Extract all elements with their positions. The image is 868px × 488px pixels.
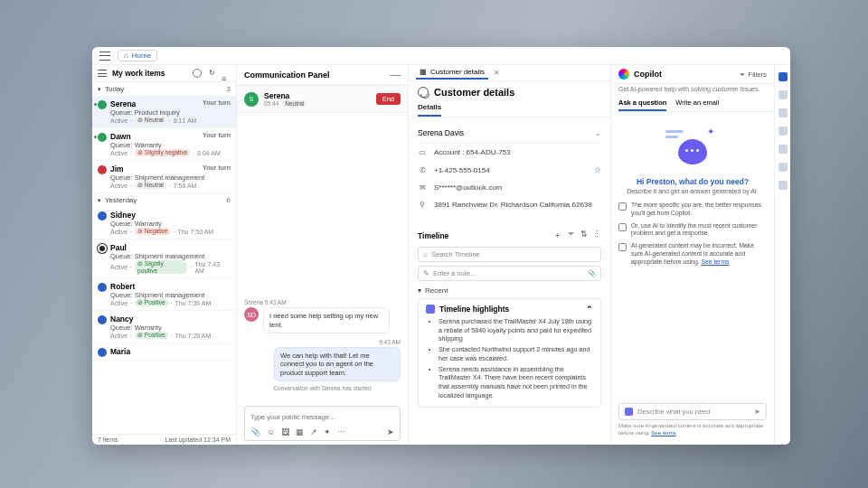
home-button[interactable]: ⌂ Home xyxy=(118,50,157,61)
filter-icon[interactable]: ⫧ xyxy=(567,230,575,241)
location-icon: ⚲ xyxy=(418,201,427,209)
send-icon[interactable]: ➤ xyxy=(387,427,394,436)
customer-details-title: Customer details xyxy=(409,81,610,99)
address: 3891 Ranchview Dr. Richardson California… xyxy=(434,201,592,209)
phone[interactable]: +1-425-555-0154 xyxy=(434,166,490,174)
app-window: ⌂ Home My work items ▾ Today 3 xyxy=(92,47,790,445)
copilot-title: Copilot xyxy=(634,70,734,79)
minimize-icon[interactable]: — xyxy=(390,69,401,81)
message-input[interactable] xyxy=(245,408,400,426)
grid-icon: ▦ xyxy=(420,68,427,76)
close-tab-icon[interactable]: ✕ xyxy=(494,69,500,77)
list-icon xyxy=(98,70,107,77)
filters-button[interactable]: ⫧ Filters xyxy=(739,70,767,79)
search-icon[interactable] xyxy=(193,69,202,78)
customer-name: Serena Davis xyxy=(418,128,464,137)
work-item[interactable]: Maria xyxy=(92,343,236,361)
copilot-tab-email[interactable]: Write an email xyxy=(675,96,719,111)
copilot-tab-ask[interactable]: Ask a question xyxy=(618,96,666,111)
rail-item[interactable] xyxy=(778,181,788,190)
work-item[interactable]: NancyQueue: WarrantyActive · ⊘ Positive … xyxy=(92,311,236,343)
chevron-up-icon[interactable]: ⌃ xyxy=(586,305,593,314)
email: S******@outlook.com xyxy=(434,183,502,192)
content: My work items ▾ Today 3 SerenaYour turnQ… xyxy=(92,65,790,445)
sparkle-icon xyxy=(426,305,435,314)
refresh-icon[interactable] xyxy=(207,69,216,78)
star-icon[interactable]: ☆ xyxy=(594,165,601,174)
add-icon[interactable]: ＋ xyxy=(553,230,561,241)
app-rail xyxy=(774,65,790,445)
attach-icon[interactable]: 📎 xyxy=(250,427,260,436)
search-icon: ⌕ xyxy=(423,250,428,258)
timeline-highlights-card: Timeline highlights ⌃ Serena purchased t… xyxy=(418,298,601,408)
copilot-subtitle: Get AI-powered help with solving custome… xyxy=(611,84,774,96)
work-item[interactable]: PaulQueue: Shipment managementActive · ⊘… xyxy=(92,239,236,278)
account-icon: ▭ xyxy=(418,148,427,156)
highlight-item: Serena needs assistance in assembling th… xyxy=(439,365,593,400)
timeline-search[interactable]: ⌕ Search Timeline xyxy=(418,247,601,262)
rail-item[interactable] xyxy=(778,108,788,117)
chevron-down-icon: ▾ xyxy=(98,86,101,93)
bot-icon[interactable]: ✦ xyxy=(324,427,331,436)
message-incoming: I need some help setting up my new tent. xyxy=(263,307,390,333)
gif-icon[interactable]: ▦ xyxy=(296,427,304,436)
copilot-description: Describe it and get an answer generated … xyxy=(627,188,759,194)
item-count: 7 items xyxy=(98,436,118,443)
avatar: SD xyxy=(244,307,259,322)
work-items-header: My work items xyxy=(92,65,236,82)
work-item[interactable]: SidneyQueue: WarrantyActive · ⊘ Negative… xyxy=(92,207,236,239)
highlight-item: She contacted Northwind support 2 minute… xyxy=(439,345,593,362)
copilot-panel: Copilot ⫧ Filters Get AI-powered help wi… xyxy=(611,65,774,445)
rail-item[interactable] xyxy=(778,127,788,136)
customer-name-row[interactable]: Serena Davis ⌄ xyxy=(418,125,601,144)
topbar: ⌂ Home xyxy=(92,47,790,65)
customer-details-panel: ▦ Customer details ✕ Customer details De… xyxy=(409,65,611,445)
see-terms-link[interactable]: See terms xyxy=(651,430,675,436)
more-icon[interactable]: ⋮ xyxy=(593,230,601,241)
filter-icon[interactable] xyxy=(222,69,231,78)
chevron-down-icon: ▾ xyxy=(418,286,421,295)
sort-icon[interactable]: ⇅ xyxy=(580,230,588,241)
timeline-group-recent[interactable]: ▾ Recent xyxy=(418,286,601,295)
work-item[interactable]: SerenaYour turnQueue: Product inquiryAct… xyxy=(92,96,236,128)
rail-item[interactable] xyxy=(778,163,788,172)
rail-item[interactable] xyxy=(778,145,788,154)
image-icon[interactable]: 🖼 xyxy=(281,427,289,436)
group-yesterday[interactable]: ▾ Yesterday 6 xyxy=(92,193,236,207)
mail-icon: ✉ xyxy=(418,183,427,192)
communication-panel: Communication Panel — S Serena 05:44 Neu… xyxy=(237,65,409,445)
highlight-item: Serena purchased the TrailMaster X4 July… xyxy=(439,317,593,343)
timeline-note-input[interactable]: ✎ Enter a note... 📎 xyxy=(418,266,601,281)
timeline-title: Timeline xyxy=(418,231,553,240)
work-item[interactable]: DawnYour turnQueue: WarrantyActive · ⊘ S… xyxy=(92,128,236,161)
tab-strip: ▦ Customer details ✕ xyxy=(409,65,610,81)
send-icon[interactable]: ➤ xyxy=(754,408,760,416)
work-items-panel: My work items ▾ Today 3 SerenaYour turnQ… xyxy=(92,65,237,445)
more-icon[interactable]: ⋯ xyxy=(337,427,345,436)
copilot-greeting: Hi Preston, what do you need? xyxy=(637,177,749,186)
work-item[interactable]: JimYour turnQueue: Shipment managementAc… xyxy=(92,161,236,193)
link-icon[interactable]: ↗ xyxy=(310,427,317,436)
last-updated: Last updated 12:34 PM xyxy=(165,436,231,443)
sparkle-icon xyxy=(625,408,633,416)
end-button[interactable]: End xyxy=(376,93,401,105)
rail-item[interactable] xyxy=(778,72,788,81)
phone-icon: ✆ xyxy=(418,166,427,174)
rail-item[interactable] xyxy=(778,90,788,99)
copilot-input[interactable]: Describe what you need ➤ xyxy=(618,403,767,420)
avatar: S xyxy=(244,92,259,107)
person-icon xyxy=(418,87,429,98)
see-terms-link[interactable]: See terms xyxy=(701,258,729,265)
copilot-illustration: ✦ xyxy=(665,127,720,172)
emoji-icon[interactable]: ☺ xyxy=(267,427,275,436)
copilot-logo-icon xyxy=(618,69,629,80)
attach-icon[interactable]: 📎 xyxy=(588,269,596,277)
tab-customer-details[interactable]: ▦ Customer details xyxy=(416,66,488,80)
work-item[interactable]: RobertQueue: Shipment managementActive ·… xyxy=(92,278,236,311)
home-icon: ⌂ xyxy=(124,52,128,60)
group-today[interactable]: ▾ Today 3 xyxy=(92,82,236,96)
subtab-details[interactable]: Details xyxy=(418,99,441,117)
menu-icon[interactable] xyxy=(99,52,110,61)
work-items-footer: 7 items Last updated 12:34 PM xyxy=(92,434,236,445)
composer: 📎 ☺ 🖼 ▦ ↗ ✦ ⋯ ➤ xyxy=(244,406,401,441)
